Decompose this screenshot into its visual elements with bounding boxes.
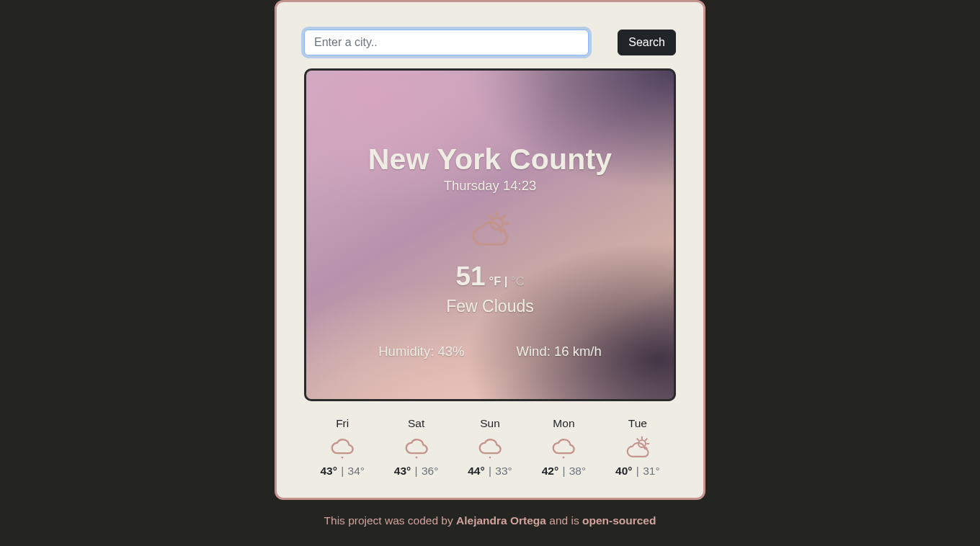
forecast-sep: | (337, 465, 348, 477)
svg-point-8 (489, 457, 491, 459)
forecast-sep: | (558, 465, 569, 477)
date-time: Thursday 14:23 (306, 178, 674, 194)
forecast-high: 40° (615, 465, 632, 477)
forecast-high: 43° (394, 465, 411, 477)
forecast-weather-icon (624, 434, 651, 462)
forecast-day: Fri 43° | 34° (306, 417, 379, 478)
forecast-low: 33° (495, 465, 512, 477)
city-search-input[interactable] (304, 30, 589, 55)
forecast-temps: 43° | 36° (379, 465, 453, 478)
forecast-sep: | (411, 465, 422, 477)
forecast-sep: | (485, 465, 496, 477)
unit-fahrenheit-link[interactable]: °F (489, 274, 502, 287)
temperature-value: 51 (455, 263, 485, 290)
unit-separator: | (501, 274, 511, 287)
forecast-day-label: Sun (453, 417, 527, 430)
forecast-sep: | (633, 465, 643, 477)
current-weather-icon (466, 208, 514, 253)
search-form: Search (304, 30, 676, 55)
unit-toggle: °F | °C (489, 274, 525, 288)
forecast-day-label: Tue (601, 417, 674, 430)
footer-pre: This project was coded by (324, 514, 457, 527)
forecast-high: 42° (542, 465, 558, 477)
forecast-day-label: Fri (306, 417, 379, 430)
wind: Wind: 16 km/h (517, 344, 602, 359)
footer-attribution: This project was coded by Alejandra Orte… (0, 514, 980, 527)
forecast-low: 36° (422, 465, 438, 477)
forecast-temps: 40° | 31° (601, 465, 674, 478)
svg-line-3 (503, 215, 505, 218)
svg-line-13 (646, 439, 647, 440)
open-sourced-link[interactable]: open-sourced (582, 514, 656, 527)
forecast-weather-icon (550, 434, 577, 462)
humidity-value: 43% (437, 344, 464, 359)
humidity-wind-row: Humidity: 43% Wind: 16 km/h (306, 344, 674, 359)
unit-celsius-link[interactable]: °C (511, 274, 525, 287)
forecast-low: 31° (643, 465, 659, 477)
search-input-wrap (304, 30, 589, 55)
current-weather-content: New York County Thursday 14:23 51 °F | °… (306, 71, 674, 399)
forecast-day-label: Sat (379, 417, 453, 430)
forecast-weather-icon (329, 434, 356, 462)
svg-line-14 (637, 439, 638, 440)
forecast-day: Sun 44° | 33° (453, 417, 527, 478)
temperature: 51 °F | °C (306, 263, 674, 290)
wind-label: Wind: (517, 344, 554, 359)
weather-description: Few Clouds (306, 297, 674, 316)
svg-point-6 (342, 457, 344, 459)
footer-mid: and is (546, 514, 582, 527)
svg-point-9 (563, 457, 565, 459)
forecast-weather-icon (476, 434, 504, 462)
wind-value: 16 km/h (554, 344, 602, 359)
forecast-day: Mon 42° | 38° (527, 417, 600, 478)
svg-point-7 (415, 457, 417, 459)
forecast-low: 34° (348, 465, 365, 477)
forecast-weather-icon (403, 434, 430, 462)
humidity: Humidity: 43% (378, 344, 464, 359)
forecast-day-label: Mon (527, 417, 600, 430)
forecast-high: 43° (320, 465, 337, 477)
search-button[interactable]: Search (618, 30, 676, 55)
forecast-day: Sat 43° | 36° (379, 417, 453, 478)
forecast-row: Fri 43° | 34° Sat 43° | 36° Sun 44° | 33… (304, 417, 676, 478)
author-link[interactable]: Alejandra Ortega (456, 514, 546, 527)
city-name: New York County (306, 143, 674, 176)
forecast-day: Tue 40° | 31° (601, 417, 674, 478)
svg-line-4 (489, 215, 491, 218)
forecast-temps: 43° | 34° (306, 465, 379, 478)
forecast-low: 38° (569, 465, 586, 477)
forecast-temps: 42° | 38° (527, 465, 600, 478)
current-weather-card: New York County Thursday 14:23 51 °F | °… (304, 68, 676, 401)
humidity-label: Humidity: (378, 344, 437, 359)
weather-app: Search New York County Thursday 14:23 51… (275, 0, 705, 500)
forecast-high: 44° (468, 465, 484, 477)
forecast-temps: 44° | 33° (453, 465, 527, 478)
